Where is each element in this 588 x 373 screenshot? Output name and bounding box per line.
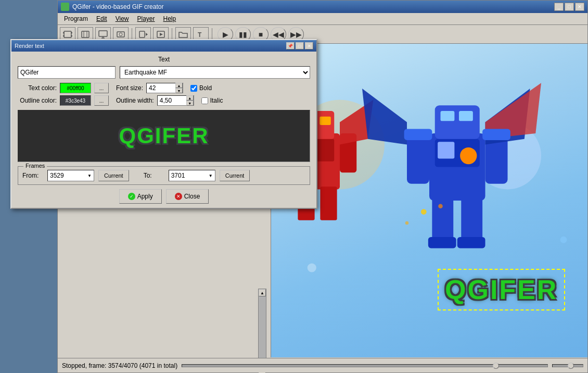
font-select-dropdown[interactable]: Earthquake MF Arial Impact [120,66,310,79]
font-size-input[interactable] [147,84,175,92]
font-size-down[interactable]: ▼ [175,88,183,93]
to-frame-value: 3701 [171,172,185,179]
close-dialog-button[interactable]: ✕ Close [166,189,209,204]
title-bar-left: QGifer - video-based GIF creator [61,3,163,11]
menu-view[interactable]: View [111,14,133,23]
render-dialog: Render text 📌 □ ✕ Text Earthquake MF Ari… [10,39,317,209]
svg-point-50 [405,221,408,225]
volume-track[interactable] [552,364,583,367]
video-area: QGIFER [271,44,587,357]
svg-rect-43 [432,198,453,243]
svg-rect-46 [457,237,485,248]
text-preview-box: QGIFER [18,110,310,162]
toolbar-separator-1 [132,28,132,41]
text-section-label: Text [18,56,310,63]
close-icon: ✕ [175,193,182,200]
bold-checkbox[interactable] [190,85,197,92]
text-input-row: Earthquake MF Arial Impact [18,66,310,79]
italic-checkbox[interactable] [201,97,208,104]
italic-label: Italic [210,97,223,104]
text-color-value: #00ff00 [67,85,84,91]
text-input-field[interactable] [18,66,116,79]
svg-rect-35 [435,105,480,139]
close-label: Close [184,193,200,200]
svg-rect-24 [319,117,331,125]
close-button[interactable]: ✕ [575,3,584,11]
outline-color-row: Outline color: #3c3e43 ... Outline width… [18,95,310,106]
from-combo-arrow: ▼ [87,173,92,178]
font-size-spinner: ▲ ▼ [175,83,183,93]
to-combo-arrow: ▼ [209,173,213,178]
toolbar-separator-2 [172,28,172,41]
svg-marker-16 [160,33,163,36]
svg-point-49 [421,209,427,215]
outline-width-spinner: ▲ ▼ [186,95,194,106]
menu-player[interactable]: Player [133,14,159,23]
svg-rect-0 [64,31,71,38]
outline-width-label: Outline width: [116,97,154,104]
svg-point-53 [308,263,316,272]
bold-checkbox-row: Bold [190,84,212,92]
text-selection-box: QGIFER [438,269,565,310]
menu-edit[interactable]: Edit [92,14,111,23]
to-frame-combo[interactable]: 3701 ▼ [169,170,215,181]
menu-help[interactable]: Help [159,14,181,23]
status-text: Stopped, frame: 3574/4070 (4071 in total… [62,362,177,369]
svg-rect-45 [428,237,456,248]
title-bar-controls: _ □ ✕ [554,3,584,11]
text-color-label: Text color: [18,84,57,92]
svg-rect-1 [63,32,65,33]
dialog-title-bar: Render text 📌 □ ✕ [11,40,316,52]
volume-thumb[interactable] [568,363,574,369]
progress-thumb[interactable] [493,363,499,369]
outline-width-input[interactable] [158,96,186,105]
svg-rect-13 [139,31,145,38]
from-frame-combo[interactable]: 3529 ▼ [47,170,94,181]
apply-button[interactable]: ✓ Apply [119,189,162,204]
dialog-buttons: ✓ Apply ✕ Close [18,189,310,204]
app-icon [61,3,69,11]
to-current-button[interactable]: Current [220,170,250,181]
svg-rect-37 [459,111,473,121]
menu-program[interactable]: Program [60,14,92,23]
svg-text:T: T [198,31,202,39]
dialog-pin-button[interactable]: 📌 [286,42,295,49]
outline-color-label: Outline color: [18,97,57,104]
svg-rect-44 [461,198,482,243]
text-color-swatch[interactable]: #00ff00 [60,83,91,93]
apply-icon: ✓ [128,193,135,200]
progress-track[interactable] [182,364,548,367]
svg-marker-42 [362,89,407,145]
italic-checkbox-row: Italic [201,97,223,104]
minimize-button[interactable]: _ [554,3,564,11]
from-current-button[interactable]: Current [98,170,129,181]
outline-color-value: #3c3e43 [66,98,85,104]
outline-color-browse-button[interactable]: ... [94,95,109,106]
text-color-browse-button[interactable]: ... [94,83,109,93]
svg-rect-48 [482,129,510,140]
svg-rect-36 [441,111,455,121]
text-color-row: Text color: #00ff00 ... Font size: ▲ ▼ B… [18,83,310,93]
dialog-title-text: Render text [15,43,44,49]
font-size-input-group: ▲ ▼ [146,83,183,93]
svg-rect-47 [404,129,432,140]
frames-legend: Frames [23,163,47,169]
outline-width-up[interactable]: ▲ [186,95,194,101]
status-bar: Stopped, frame: 3574/4070 (4071 in total… [58,358,587,372]
title-bar: QGifer - video-based GIF creator _ □ ✕ [58,1,587,13]
toolbar-separator-3 [212,28,212,41]
font-size-up[interactable]: ▲ [175,83,183,88]
video-text-display: QGIFER [445,274,558,305]
scroll-track [259,296,266,367]
outline-width-down[interactable]: ▼ [186,101,194,106]
maximize-button[interactable]: □ [565,3,574,11]
dialog-maximize-button[interactable]: □ [296,42,304,49]
bold-label: Bold [199,84,212,92]
svg-rect-38 [407,133,429,184]
outline-color-swatch[interactable]: #3c3e43 [60,95,91,106]
scroll-up-button[interactable]: ▲ [259,289,266,296]
from-frame-value: 3529 [50,172,64,179]
svg-point-34 [460,147,477,164]
frames-section: Frames From: 3529 ▼ Current To: 3701 ▼ C… [18,166,310,185]
dialog-close-button[interactable]: ✕ [305,42,313,49]
